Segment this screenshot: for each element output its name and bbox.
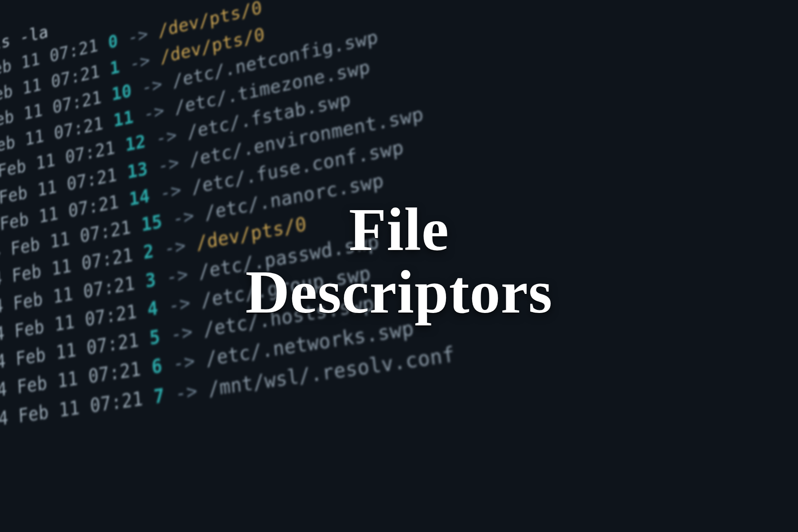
fd-number: 11 <box>113 106 134 131</box>
link-size: 64 <box>0 321 15 346</box>
fd-number: 12 <box>125 131 146 156</box>
link-size: 64 <box>0 348 16 375</box>
link-size: 64 <box>0 405 19 431</box>
title-line-1: File <box>0 199 798 261</box>
overlay-title: File Descriptors <box>0 199 798 324</box>
title-line-2: Descriptors <box>0 261 798 324</box>
link-size: 64 <box>0 376 17 403</box>
fd-number: 10 <box>111 80 132 105</box>
symlink-arrow: -> <box>147 149 191 179</box>
symlink-arrow: -> <box>133 98 176 126</box>
symlink-arrow: -> <box>161 348 207 377</box>
time: 07:21 <box>90 385 155 417</box>
fd-number: 0 <box>107 31 118 53</box>
fd-number: 13 <box>126 158 149 183</box>
fd-number: 1 <box>109 56 121 78</box>
symlink-arrow: -> <box>145 122 188 152</box>
time: 07:21 <box>88 356 153 387</box>
symlink-arrow: -> <box>164 378 209 407</box>
